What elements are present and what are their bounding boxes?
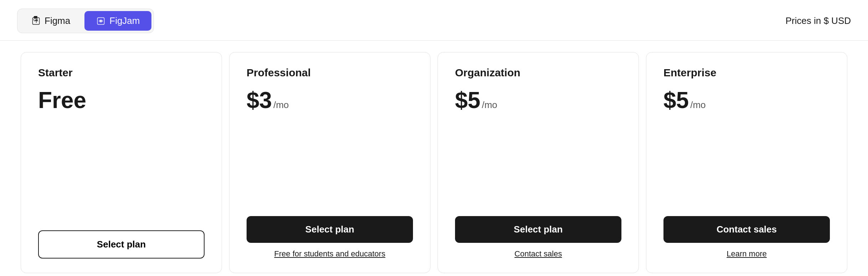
figma-icon <box>31 16 41 26</box>
header: Figma FigJam Prices in $ USD <box>0 0 868 41</box>
plan-name-professional: Professional <box>247 67 413 79</box>
plan-actions-organization: Select plan Contact sales <box>455 216 621 259</box>
plans-container: Starter Free Select plan Professional $3… <box>0 41 868 276</box>
plan-price-amount-organization: $5 <box>455 89 480 112</box>
plan-price-period-enterprise: /mo <box>690 99 706 111</box>
select-plan-professional-button[interactable]: Select plan <box>247 216 413 243</box>
plan-price-amount-enterprise: $5 <box>663 89 689 112</box>
plan-price-professional: $3 /mo <box>247 89 413 112</box>
tab-figma[interactable]: Figma <box>20 11 82 31</box>
tab-group: Figma FigJam <box>17 9 154 33</box>
tab-figjam-label: FigJam <box>109 15 140 26</box>
plan-price-enterprise: $5 /mo <box>663 89 830 112</box>
tab-figma-label: Figma <box>45 15 70 26</box>
plan-name-starter: Starter <box>38 67 205 79</box>
plan-actions-starter: Select plan <box>38 230 205 259</box>
plan-price-organization: $5 /mo <box>455 89 621 112</box>
plan-name-organization: Organization <box>455 67 621 79</box>
plan-name-enterprise: Enterprise <box>663 67 830 79</box>
prices-label: Prices in $ USD <box>786 15 851 26</box>
tab-figjam[interactable]: FigJam <box>84 11 151 31</box>
contact-sales-org-link[interactable]: Contact sales <box>515 249 562 259</box>
svg-point-2 <box>100 20 102 21</box>
plan-card-starter: Starter Free Select plan <box>21 52 222 273</box>
plan-price-starter: Free <box>38 89 205 112</box>
learn-more-enterprise-link[interactable]: Learn more <box>727 249 767 259</box>
plan-card-enterprise: Enterprise $5 /mo Contact sales Learn mo… <box>646 52 847 273</box>
select-plan-organization-button[interactable]: Select plan <box>455 216 621 243</box>
plan-card-organization: Organization $5 /mo Select plan Contact … <box>438 52 639 273</box>
contact-sales-enterprise-button[interactable]: Contact sales <box>663 216 830 243</box>
plan-price-amount-professional: $3 <box>247 89 272 112</box>
students-educators-link[interactable]: Free for students and educators <box>274 249 386 259</box>
plan-price-period-organization: /mo <box>482 99 497 111</box>
plan-actions-professional: Select plan Free for students and educat… <box>247 216 413 259</box>
select-plan-starter-button[interactable]: Select plan <box>38 230 205 259</box>
plan-actions-enterprise: Contact sales Learn more <box>663 216 830 259</box>
figjam-icon <box>96 16 106 26</box>
plan-card-professional: Professional $3 /mo Select plan Free for… <box>229 52 430 273</box>
plan-price-period-professional: /mo <box>273 99 289 111</box>
